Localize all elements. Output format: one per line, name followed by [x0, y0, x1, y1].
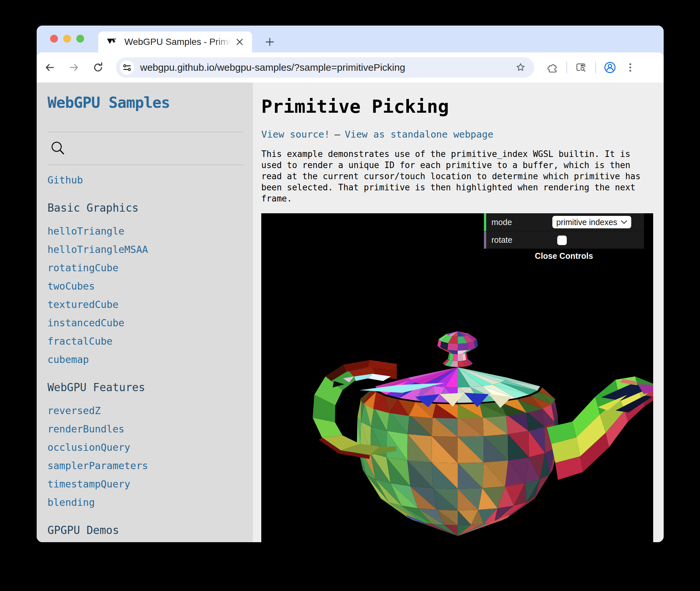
divider [48, 132, 243, 132]
maximize-window-button[interactable] [76, 35, 84, 43]
sidebar-item-renderbundles[interactable]: renderBundles [48, 423, 125, 435]
sidebar-item-reversedz[interactable]: reversedZ [48, 405, 101, 416]
new-tab-button[interactable] [262, 34, 278, 50]
rotate-checkbox[interactable] [557, 236, 567, 245]
sidebar-item-samplerparameters[interactable]: samplerParameters [48, 460, 148, 471]
list-item: blending [48, 497, 243, 508]
list-item: occlusionQuery [48, 442, 243, 453]
list-item: instancedCube [48, 317, 243, 329]
bookmark-star-icon[interactable] [514, 60, 528, 75]
mode-label: mode [486, 217, 512, 227]
list-item: helloTriangleMSAA [48, 244, 243, 255]
sidebar-item-rotatingcube[interactable]: rotatingCube [48, 262, 119, 273]
forward-button[interactable] [65, 58, 83, 77]
dat-gui-panel: mode primitive indexes rotate Close Cont… [484, 213, 644, 263]
tab-strip: WebGPU Samples - Primitive [37, 25, 664, 52]
list-item: reversedZ [48, 405, 243, 416]
sidebar-item-blending[interactable]: blending [48, 497, 95, 508]
minimize-window-button[interactable] [63, 35, 71, 43]
sidebar-item-github[interactable]: Github [48, 174, 243, 186]
sidebar-item-texturedcube[interactable]: texturedCube [48, 299, 119, 310]
sidebar-item-instancedcube[interactable]: instancedCube [48, 317, 125, 329]
extensions-icon[interactable] [544, 59, 561, 76]
browser-tab[interactable]: WebGPU Samples - Primitive [98, 31, 252, 52]
mode-select-value: primitive indexes [556, 217, 621, 227]
site-title: WebGPU Samples [48, 94, 243, 111]
sample-links: View source!–View as standalone webpage [261, 129, 664, 140]
section-header-webgpu-features: WebGPU Features [48, 381, 243, 394]
sidebar-item-cubemap[interactable]: cubemap [48, 354, 89, 365]
webgpu-favicon-icon [107, 38, 119, 46]
sidebar-item-twocubes[interactable]: twoCubes [48, 280, 95, 292]
toolbar-separator [595, 62, 596, 73]
url-text[interactable]: webgpu.github.io/webgpu-samples/?sample=… [140, 62, 514, 73]
list-item: helloTriangle [48, 225, 243, 237]
tab-title-fade [215, 37, 234, 52]
sidebar-item-fractalcube[interactable]: fractalCube [48, 335, 112, 347]
link-separator: – [335, 129, 340, 140]
site-info-icon[interactable] [120, 60, 134, 75]
list-item: twoCubes [48, 280, 243, 292]
rotate-label: rotate [486, 235, 513, 245]
search-tabs-icon[interactable] [572, 59, 590, 76]
sidebar-list-webgpu-features: reversedZ renderBundles occlusionQuery s… [48, 405, 243, 508]
section-header-gpgpu-demos: GPGPU Demos [48, 524, 243, 537]
sidebar-item-hellotriangle[interactable]: helloTriangle [48, 225, 125, 237]
page-title: Primitive Picking [261, 96, 664, 117]
search-icon[interactable] [50, 140, 67, 157]
close-controls-button[interactable]: Close Controls [484, 249, 644, 263]
sidebar-list-basic-graphics: helloTriangle helloTriangleMSAA rotating… [48, 225, 243, 365]
back-button[interactable] [41, 58, 59, 77]
profile-avatar[interactable] [601, 59, 619, 76]
reload-button[interactable] [89, 58, 107, 77]
address-bar[interactable]: webgpu.github.io/webgpu-samples/?sample=… [116, 57, 534, 78]
list-item: cubemap [48, 354, 243, 365]
view-source-link[interactable]: View source! [261, 129, 330, 140]
browser-toolbar: webgpu.github.io/webgpu-samples/?sample=… [37, 52, 664, 82]
sidebar-item-hellotrianglemsaa[interactable]: helloTriangleMSAA [48, 244, 148, 255]
toolbar-separator [566, 62, 567, 73]
sidebar-item-occlusionquery[interactable]: occlusionQuery [48, 442, 130, 453]
list-item: renderBundles [48, 423, 243, 435]
list-item: rotatingCube [48, 262, 243, 273]
traffic-lights [50, 35, 84, 43]
menu-kebab-icon[interactable] [621, 59, 639, 76]
gui-row-rotate: rotate [484, 231, 644, 249]
list-item: samplerParameters [48, 460, 243, 471]
list-item: fractalCube [48, 335, 243, 347]
browser-window: WebGPU Samples - Primitive [37, 25, 664, 542]
toolbar-right-icons [544, 59, 639, 76]
section-header-basic-graphics: Basic Graphics [48, 201, 243, 214]
gui-row-mode: mode primitive indexes [484, 213, 644, 231]
webgpu-canvas[interactable]: mode primitive indexes rotate Close Cont… [261, 213, 653, 542]
standalone-webpage-link[interactable]: View as standalone webpage [345, 129, 493, 140]
list-item: timestampQuery [48, 478, 243, 490]
search-form[interactable] [50, 139, 243, 158]
close-window-button[interactable] [50, 35, 58, 43]
mode-select[interactable]: primitive indexes [552, 216, 631, 228]
sample-description: This example demonstrates use of the pri… [261, 148, 653, 204]
chevron-down-icon [621, 220, 627, 224]
tab-close-icon[interactable] [233, 36, 246, 49]
divider [48, 165, 243, 165]
main-content: Primitive Picking View source!–View as s… [253, 82, 664, 542]
page-content: WebGPU Samples Github Basic Graphics hel… [37, 82, 664, 542]
list-item: texturedCube [48, 299, 243, 310]
sidebar-item-timestampquery[interactable]: timestampQuery [48, 478, 130, 490]
sidebar: WebGPU Samples Github Basic Graphics hel… [37, 82, 253, 542]
